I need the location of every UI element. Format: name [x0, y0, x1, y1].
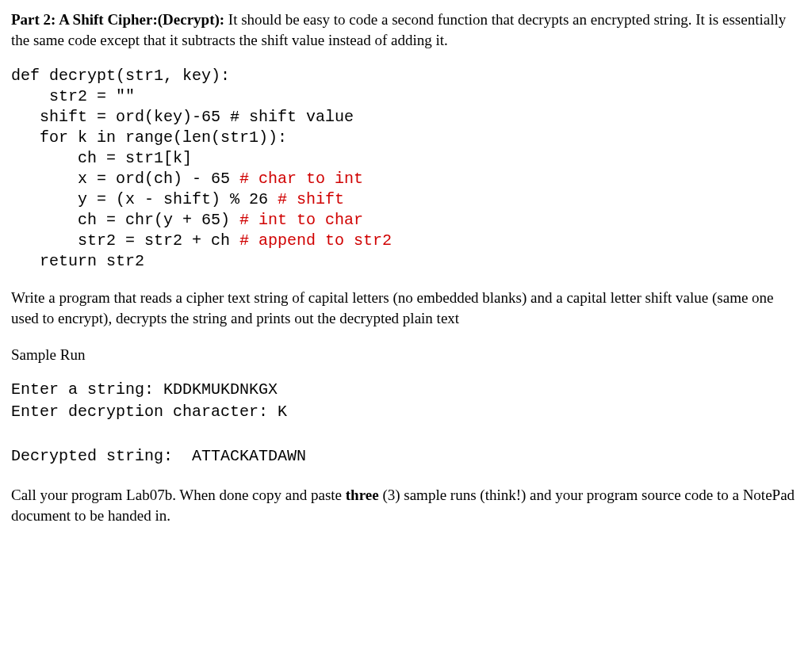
sample-run-label: Sample Run [11, 345, 801, 365]
run-line: Decrypted string: ATTACKATDAWN [11, 447, 306, 465]
run-line: Enter decryption character: K [11, 403, 287, 421]
run-line: Enter a string: KDDKMUKDNKGX [11, 380, 278, 399]
code-line: return str2 [11, 252, 144, 270]
code-line: def decrypt(str1, key): [11, 67, 230, 85]
closing-text-b: three [346, 487, 379, 503]
code-line: x = ord(ch) - 65 [11, 170, 239, 188]
code-line: shift = ord(key)-65 # shift value [11, 108, 354, 126]
code-line: ch = str1[k] [11, 149, 192, 167]
closing-paragraph: Call your program Lab07b. When done copy… [11, 485, 801, 525]
closing-text-a: Call your program Lab07b. When done copy… [11, 487, 346, 503]
intro-paragraph: Part 2: A Shift Cipher:(Decrypt): It sho… [11, 10, 801, 50]
sample-run-block: Enter a string: KDDKMUKDNKGX Enter decry… [11, 379, 801, 468]
code-comment: # append to str2 [239, 231, 392, 250]
task-paragraph: Write a program that reads a cipher text… [11, 288, 801, 328]
code-line: y = (x - shift) % 26 [11, 190, 278, 208]
code-line: for k in range(len(str1)): [11, 128, 287, 147]
code-line: str2 = "" [11, 87, 135, 105]
code-block: def decrypt(str1, key): str2 = "" shift … [11, 66, 801, 272]
code-comment: # shift [278, 190, 344, 208]
code-line: ch = chr(y + 65) [11, 211, 239, 229]
intro-heading: Part 2: A Shift Cipher:(Decrypt): [11, 11, 224, 28]
code-comment: # int to char [239, 211, 363, 229]
code-comment: # char to int [239, 170, 363, 188]
code-line: str2 = str2 + ch [11, 231, 239, 250]
